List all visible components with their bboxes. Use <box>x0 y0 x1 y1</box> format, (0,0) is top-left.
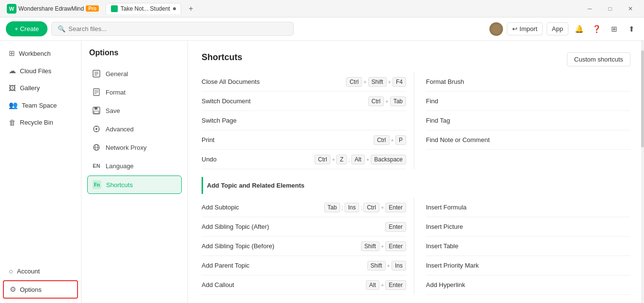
general-icon <box>92 69 101 78</box>
logo-icon: W <box>7 4 16 14</box>
search-input[interactable] <box>68 25 287 32</box>
cloud-icon: ☁ <box>9 66 16 75</box>
create-button[interactable]: + Create <box>6 21 47 36</box>
shortcut-switch-doc: Switch Document Ctrl + Tab <box>202 92 406 111</box>
sidebar-item-gallery[interactable]: 🖼 Gallery <box>3 80 78 96</box>
save-label: Save <box>106 107 120 114</box>
sidebar: ⊞ Workbench ☁ Cloud Files 🖼 Gallery 👥 Te… <box>0 41 81 303</box>
import-label: Import <box>519 25 537 32</box>
help-icon[interactable]: ❓ <box>590 22 603 36</box>
apps-grid-icon[interactable]: ⊞ <box>607 22 621 36</box>
option-network-proxy[interactable]: Network Proxy <box>87 139 182 156</box>
close-button[interactable]: ✕ <box>621 1 640 16</box>
svg-rect-9 <box>94 107 97 110</box>
shortcut-find-tag: Find Tag <box>426 111 630 130</box>
switch-doc-name: Switch Document <box>202 97 289 105</box>
shortcut-insert-priority: Insert Priority Mark <box>426 256 630 275</box>
search-icon: 🔍 <box>58 25 65 32</box>
add-topic-section-title: Add Topic and Related Elements <box>202 177 630 194</box>
gallery-icon: 🖼 <box>9 84 16 92</box>
add-sibling-after-keys: Enter <box>385 222 406 232</box>
switch-doc-keys: Ctrl + Tab <box>368 96 406 106</box>
scrollbar-track[interactable] <box>641 41 644 303</box>
switch-page-name: Switch Page <box>202 117 289 124</box>
shortcuts-left: Close All Documents Ctrl + Shift + F4 Sw… <box>202 72 414 169</box>
minimize-button[interactable]: ─ <box>580 1 599 16</box>
import-button[interactable]: ↩ Import <box>507 22 543 35</box>
app-button[interactable]: App <box>547 22 568 35</box>
option-format[interactable]: Format <box>87 83 182 101</box>
add-sibling-before-name: Add Sibling Topic (Before) <box>202 242 289 250</box>
svg-point-12 <box>95 128 97 130</box>
tab-unsaved-dot <box>173 7 176 10</box>
add-parent-name: Add Parent Topic <box>202 262 289 269</box>
shortcut-add-sibling-before: Add Sibling Topic (Before) Shift + Enter <box>202 237 406 256</box>
add-topic-left: Add Subtopic Tab ; Ins ; Ctrl + Enter Ad… <box>202 198 414 295</box>
shortcuts-label: Shortcuts <box>106 181 133 189</box>
sidebar-item-team-space[interactable]: 👥 Team Space <box>3 97 78 113</box>
insert-priority-name: Insert Priority Mark <box>426 262 513 269</box>
team-icon: 👥 <box>9 101 18 110</box>
close-all-keys: Ctrl + Shift + F4 <box>346 77 406 87</box>
shortcut-insert-formula: Insert Formula <box>426 198 630 217</box>
maximize-button[interactable]: □ <box>600 1 620 16</box>
sidebar-item-account[interactable]: ○ Account <box>3 263 78 279</box>
find-name: Find <box>426 97 513 105</box>
add-subtopic-name: Add Subtopic <box>202 204 289 211</box>
save-icon <box>92 106 101 115</box>
insert-picture-name: Insert Picture <box>426 223 513 230</box>
network-icon <box>92 143 101 152</box>
toolbar: + Create 🔍 ↩ Import App 🔔 ❓ ⊞ ⬆ <box>0 17 644 41</box>
undo-name: Undo <box>202 156 289 163</box>
scrollbar-thumb[interactable] <box>641 50 644 147</box>
add-sibling-before-keys: Shift + Enter <box>361 241 406 251</box>
shortcut-add-callout: Add Callout Alt + Enter <box>202 275 406 295</box>
svg-rect-10 <box>94 111 99 113</box>
add-callout-keys: Alt + Enter <box>366 280 406 290</box>
shortcut-add-hyperlink: Add Hyperlink <box>426 275 630 295</box>
shortcut-add-parent: Add Parent Topic Shift + Ins <box>202 256 406 275</box>
shortcut-undo: Undo Ctrl + Z ; Alt + Backspace <box>202 150 406 169</box>
active-tab[interactable]: Take Not... Student <box>106 3 181 14</box>
main-layout: ⊞ Workbench ☁ Cloud Files 🖼 Gallery 👥 Te… <box>0 41 644 303</box>
content-area: Shortcuts Custom shortcuts Close All Doc… <box>188 41 644 303</box>
shortcut-find: Find <box>426 92 630 111</box>
custom-shortcuts-button[interactable]: Custom shortcuts <box>567 52 630 66</box>
avatar[interactable] <box>489 22 503 36</box>
share-icon[interactable]: ⬆ <box>625 22 638 36</box>
option-save[interactable]: Save <box>87 102 182 119</box>
option-advanced[interactable]: Advanced <box>87 120 182 138</box>
shortcut-print: Print Ctrl + P <box>202 130 406 150</box>
sidebar-team-label: Team Space <box>22 102 57 109</box>
general-shortcuts-section: Close All Documents Ctrl + Shift + F4 Sw… <box>202 72 630 169</box>
options-icon: ⚙ <box>10 285 16 294</box>
option-language[interactable]: EN Language <box>87 157 182 175</box>
window-controls: ─ □ ✕ <box>580 1 640 16</box>
sidebar-item-options[interactable]: ⚙ Options <box>3 280 78 299</box>
add-parent-keys: Shift + Ins <box>367 261 406 271</box>
app-logo: W Wondershare EdrawMind Pro <box>4 4 102 14</box>
toolbar-right: ↩ Import App 🔔 ❓ ⊞ ⬆ <box>489 22 638 36</box>
insert-table-name: Insert Table <box>426 242 513 250</box>
shortcut-insert-picture: Insert Picture <box>426 217 630 237</box>
sidebar-spacer <box>0 131 81 263</box>
advanced-label: Advanced <box>106 126 134 133</box>
add-topic-section: Add Topic and Related Elements Add Subto… <box>202 177 630 295</box>
find-tag-name: Find Tag <box>426 117 513 124</box>
add-tab-button[interactable]: + <box>185 3 197 15</box>
sidebar-item-cloud-files[interactable]: ☁ Cloud Files <box>3 63 78 79</box>
sidebar-item-workbench[interactable]: ⊞ Workbench <box>3 45 78 62</box>
sidebar-item-recycle-bin[interactable]: 🗑 Recycle Bin <box>3 114 78 130</box>
sidebar-workbench-label: Workbench <box>19 50 51 57</box>
add-topic-shortcuts: Add Subtopic Tab ; Ins ; Ctrl + Enter Ad… <box>202 198 630 295</box>
title-bar: W Wondershare EdrawMind Pro Take Not... … <box>0 0 644 17</box>
shortcuts-right: Format Brush Find Find Tag Find Note or … <box>414 72 630 169</box>
add-hyperlink-name: Add Hyperlink <box>426 281 513 288</box>
notification-icon[interactable]: 🔔 <box>572 22 586 36</box>
option-general[interactable]: General <box>87 65 182 82</box>
shortcut-format-brush: Format Brush <box>426 72 630 92</box>
option-shortcuts[interactable]: Fn Shortcuts <box>87 175 182 194</box>
print-keys: Ctrl + P <box>374 135 406 145</box>
search-box[interactable]: 🔍 <box>51 22 294 36</box>
advanced-icon <box>92 125 101 133</box>
